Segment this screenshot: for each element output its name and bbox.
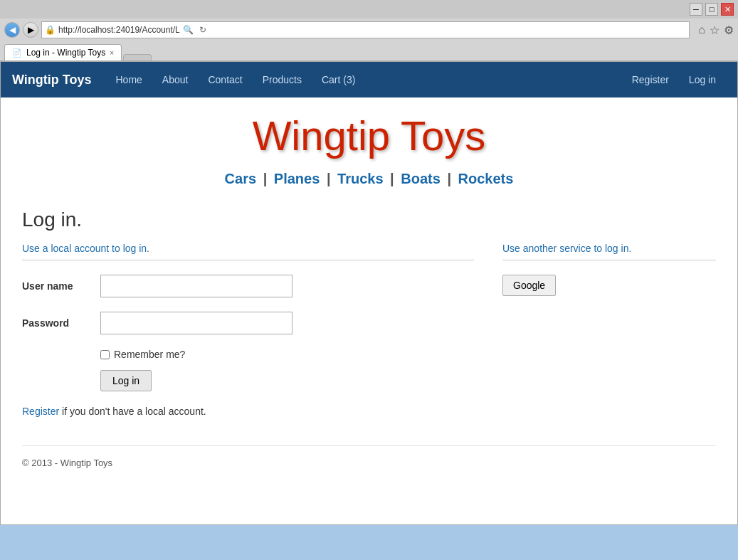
address-text: http://localhost:24019/Account/L — [58, 25, 180, 35]
minimize-button[interactable]: ─ — [690, 3, 702, 16]
local-subtitle: Use a local account to log in. — [22, 243, 474, 254]
address-icon: 🔒 — [45, 25, 56, 35]
sep-4: | — [447, 171, 451, 186]
password-label: Password — [22, 317, 100, 329]
page-wrapper: Wingtip Toys Home About Contact Products… — [0, 61, 738, 525]
username-row: User name — [22, 275, 474, 297]
site-title: Wingtip Toys — [22, 112, 716, 159]
category-rockets[interactable]: Rockets — [458, 171, 514, 186]
close-button[interactable]: ✕ — [721, 3, 734, 16]
sep-1: | — [263, 171, 268, 186]
browser-chrome: ─ □ ✕ ◀ ▶ 🔒 http://localhost:24019/Accou… — [0, 0, 738, 61]
category-cars[interactable]: Cars — [225, 171, 256, 186]
forward-button[interactable]: ▶ — [23, 22, 38, 38]
external-login-section: Use another service to log in. Google — [502, 243, 716, 417]
tab-close-icon[interactable]: × — [110, 49, 114, 57]
remember-row: Remember me? — [100, 349, 474, 360]
nav-contact[interactable]: Contact — [198, 62, 252, 97]
local-divider — [22, 260, 474, 260]
nav-cart[interactable]: Cart (3) — [312, 62, 365, 97]
title-bar: ─ □ ✕ — [0, 0, 738, 19]
footer: © 2013 - Wingtip Toys — [22, 445, 716, 475]
brand-link[interactable]: Wingtip Toys — [12, 73, 92, 88]
register-text: Register if you don't have a local accou… — [22, 406, 474, 417]
site-navbar: Wingtip Toys Home About Contact Products… — [1, 62, 737, 97]
active-tab[interactable]: 📄 Log in - Wingtip Toys × — [4, 44, 122, 60]
nav-login[interactable]: Log in — [679, 62, 726, 97]
home-icon[interactable]: ⌂ — [698, 23, 705, 36]
tab-title: Log in - Wingtip Toys — [26, 48, 105, 58]
category-trucks[interactable]: Trucks — [337, 171, 383, 186]
nav-register[interactable]: Register — [622, 62, 679, 97]
category-boats[interactable]: Boats — [401, 171, 441, 186]
tab-bar: 📄 Log in - Wingtip Toys × — [0, 41, 738, 60]
main-content: Wingtip Toys Cars | Planes | Trucks | Bo… — [1, 97, 737, 524]
main-nav-links: Home About Contact Products Cart (3) — [106, 62, 622, 97]
tab-icon: 📄 — [12, 48, 22, 58]
login-heading: Log in. — [22, 208, 716, 231]
address-bar[interactable]: 🔒 http://localhost:24019/Account/L 🔍 ↻ — [41, 21, 690, 38]
nav-home[interactable]: Home — [106, 62, 152, 97]
footer-text: © 2013 - Wingtip Toys — [22, 458, 112, 468]
nav-products[interactable]: Products — [253, 62, 312, 97]
nav-bar: ◀ ▶ 🔒 http://localhost:24019/Account/L 🔍… — [0, 19, 738, 41]
external-subtitle: Use another service to log in. — [502, 243, 716, 254]
google-button[interactable]: Google — [502, 275, 556, 296]
new-tab[interactable] — [123, 54, 152, 60]
nav-about[interactable]: About — [152, 62, 199, 97]
browser-icons: ⌂ ☆ ⚙ — [698, 23, 734, 37]
category-links: Cars | Planes | Trucks | Boats | Rockets — [22, 171, 716, 187]
category-planes[interactable]: Planes — [274, 171, 320, 186]
password-input[interactable] — [100, 312, 292, 334]
external-divider — [502, 260, 716, 260]
remember-checkbox[interactable] — [100, 350, 110, 359]
login-button[interactable]: Log in — [100, 370, 152, 391]
sep-2: | — [327, 171, 331, 186]
password-row: Password — [22, 312, 474, 334]
maximize-button[interactable]: □ — [705, 3, 718, 16]
favorites-icon[interactable]: ☆ — [710, 23, 719, 37]
register-link[interactable]: Register — [22, 406, 59, 417]
back-button[interactable]: ◀ — [4, 22, 20, 38]
refresh-icon[interactable]: ↻ — [199, 25, 206, 35]
local-login-section: Use a local account to log in. User name… — [22, 243, 474, 417]
remember-label: Remember me? — [114, 349, 185, 360]
nav-right: Register Log in — [622, 62, 726, 97]
login-container: Use a local account to log in. User name… — [22, 243, 716, 417]
register-suffix: if you don't have a local account. — [59, 406, 206, 417]
settings-icon[interactable]: ⚙ — [724, 23, 734, 37]
search-icon: 🔍 — [183, 25, 194, 35]
username-input[interactable] — [100, 275, 292, 297]
username-label: User name — [22, 280, 100, 292]
sep-3: | — [390, 171, 394, 186]
